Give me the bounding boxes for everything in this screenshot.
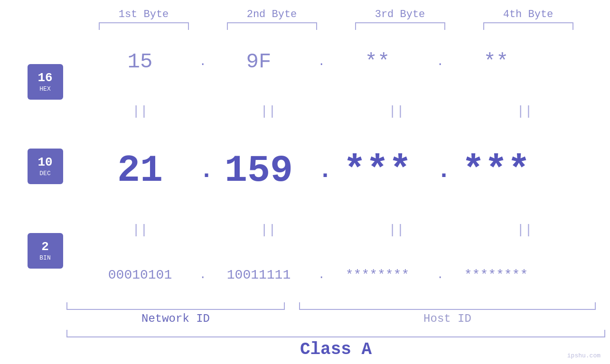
byte1-label: 1st Byte — [80, 9, 208, 20]
network-id-label: Network ID — [66, 312, 285, 325]
equals-row-2: || || || || — [76, 223, 610, 237]
eq2-b4: || — [460, 223, 589, 237]
hex-b2-cell: 9F — [195, 50, 323, 74]
dec-b4-cell: *** — [432, 149, 560, 192]
main-container: 1st Byte 2nd Byte 3rd Byte 4th Byte 16 H… — [0, 0, 610, 364]
data-area: 15 . 9F . ** . ** || || — [76, 30, 610, 302]
bracket1 — [80, 22, 208, 30]
hex-b1-value: 15 — [128, 50, 153, 74]
bin-b4-value: ******** — [464, 268, 528, 282]
class-bracket — [66, 330, 605, 337]
bracket2 — [208, 22, 336, 30]
eq1-b1: || — [76, 104, 204, 119]
dec-badge: 10 DEC — [28, 149, 63, 184]
bin-row: 00010101 . 10011111 . ******** . *******… — [76, 268, 610, 282]
dec-b2-cell: 159 — [195, 149, 323, 192]
bin-b3-cell: ******** — [313, 268, 441, 282]
bracket3 — [336, 22, 464, 30]
bottom-bracket-row — [62, 302, 601, 310]
bin-b3-value: ******** — [346, 268, 409, 282]
eq2-b3: || — [332, 223, 460, 237]
dec-b2-value: 159 — [225, 149, 293, 192]
header-row: 1st Byte 2nd Byte 3rd Byte 4th Byte — [0, 0, 610, 20]
bracket4-inner — [483, 22, 573, 30]
dec-badge-label: DEC — [39, 170, 50, 177]
bracket2-inner — [227, 22, 317, 30]
bin-b1-value: 00010101 — [108, 268, 172, 282]
top-bracket-row — [0, 22, 610, 30]
eq1-b2: || — [204, 104, 332, 119]
bin-badge-number: 2 — [41, 240, 49, 254]
hex-b4-value: ** — [484, 50, 509, 74]
hex-b3-cell: ** — [313, 50, 441, 74]
bin-b4-cell: ******** — [432, 268, 560, 282]
dec-b3-value: *** — [343, 149, 412, 192]
badges-column: 16 HEX 10 DEC 2 BIN — [14, 30, 76, 302]
hex-b3-value: ** — [365, 50, 390, 74]
dec-b1-value: 21 — [117, 149, 163, 192]
eq1-b4: || — [460, 104, 589, 119]
dec-b1-cell: 21 — [76, 149, 204, 192]
bottom-section: Network ID Host ID Class A — [0, 302, 610, 364]
bin-badge-label: BIN — [39, 254, 50, 261]
byte3-label: 3rd Byte — [336, 9, 464, 20]
dec-badge-number: 10 — [38, 155, 52, 170]
dec-row: 21 . 159 . *** . *** — [76, 149, 610, 192]
byte2-label: 2nd Byte — [208, 9, 336, 20]
hex-badge-label: HEX — [39, 85, 50, 93]
class-label: Class A — [66, 340, 605, 359]
hex-b4-cell: ** — [432, 50, 560, 74]
byte4-label: 4th Byte — [464, 9, 592, 20]
bin-badge: 2 BIN — [28, 233, 63, 269]
main-area: 16 HEX 10 DEC 2 BIN 15 . 9F — [0, 30, 610, 302]
eq1-b3: || — [332, 104, 460, 119]
eq2-b1: || — [76, 223, 204, 237]
host-id-bracket — [299, 302, 596, 310]
dec-b3-cell: *** — [313, 149, 441, 192]
watermark: ipshu.com — [567, 352, 601, 359]
eq2-b2: || — [204, 223, 332, 237]
host-id-label: Host ID — [299, 312, 596, 325]
id-labels-row: Network ID Host ID — [62, 312, 601, 325]
bracket1-inner — [99, 22, 189, 30]
hex-b1-cell: 15 — [76, 50, 204, 74]
bin-b2-cell: 10011111 — [195, 268, 323, 282]
bracket3-inner — [355, 22, 445, 30]
bin-b2-value: 10011111 — [227, 268, 291, 282]
hex-b2-value: 9F — [246, 50, 272, 74]
hex-row: 15 . 9F . ** . ** — [76, 50, 610, 74]
network-id-bracket — [66, 302, 285, 310]
dec-b4-value: *** — [462, 149, 530, 192]
bracket4 — [464, 22, 592, 30]
equals-row-1: || || || || — [76, 104, 610, 119]
hex-badge-number: 16 — [38, 71, 52, 85]
bin-b1-cell: 00010101 — [76, 268, 204, 282]
hex-badge: 16 HEX — [28, 64, 63, 100]
